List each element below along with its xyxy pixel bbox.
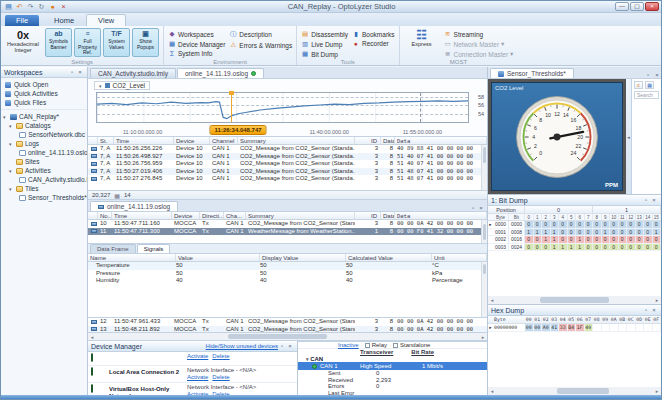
tab-sensor-thresholds[interactable]: Sensor_Thresholds*: [490, 68, 574, 78]
bit-dump-row[interactable]: 0002 0016 0011001000000000: [488, 236, 661, 244]
message-row[interactable]: 7, A 11:50:27.019.406 Device 10 CAN 1 CO…: [88, 168, 487, 176]
device-item[interactable]: ActivateDelete: [88, 352, 297, 366]
col-id[interactable]: ID: [355, 212, 381, 219]
tab-home[interactable]: Home: [43, 15, 85, 26]
quick-link-item[interactable]: Quick Files: [1, 98, 87, 107]
col-name[interactable]: Name: [88, 254, 176, 261]
tree-item[interactable]: SensorNetwork.dbc: [1, 130, 87, 139]
relay-checkbox[interactable]: Relay: [365, 342, 387, 348]
ribbon-menu-item[interactable]: ▥Live Dump: [301, 40, 348, 48]
tree-item[interactable]: CAN_Activity.studio.lmly: [1, 175, 87, 184]
message-row[interactable]: 7, A 11:50:26.498.927 Device 10 CAN 1 CO…: [88, 153, 487, 161]
bit-dump-row[interactable]: 0003 0024 0001111000000000: [488, 244, 661, 252]
col-unit[interactable]: Unit: [432, 254, 487, 261]
ribbon-menu-item[interactable]: ▦Device Manager: [168, 40, 225, 48]
col-data[interactable]: Data: [395, 137, 487, 144]
col-value[interactable]: Value: [176, 254, 260, 261]
col-calculated-value[interactable]: Calculated Value: [346, 254, 432, 261]
close-icon[interactable]: ×: [650, 307, 658, 313]
device-action-link[interactable]: Activate: [187, 374, 208, 380]
device-action-link[interactable]: Activate: [187, 353, 208, 359]
tree-item[interactable]: ▾ Tiles: [1, 184, 87, 193]
tab-online-log[interactable]: online_14.11.19.oslog: [177, 68, 264, 78]
bit-dump-row[interactable]: ▸ 0000 0000 0000000000000000: [488, 221, 661, 229]
quick-link-item[interactable]: Quick Open: [1, 80, 87, 89]
horizontal-scrollbar[interactable]: ◂▸: [88, 333, 487, 341]
maximize-button[interactable]: ▢: [630, 2, 644, 11]
log-row[interactable]: 12 11:50:47.961.433 MOCCA Tx CAN 1 CO2_M…: [88, 318, 487, 326]
tab-data-frame[interactable]: Data Frame: [90, 244, 136, 253]
message-row[interactable]: 7, A 11:50:27.276.845 Device 10 CAN 1 CO…: [88, 175, 487, 183]
ribbon-toggle-button[interactable]: ≡ Full Property Ref.: [74, 28, 101, 57]
inactive-link[interactable]: Inactive: [338, 342, 359, 348]
log-row[interactable]: 13 11:50:48.211.892 MOCCA Tx CAN 1 CO2_M…: [88, 326, 487, 334]
ribbon-menu-item[interactable]: ⓘDescription: [229, 30, 292, 39]
search-input[interactable]: Search: [634, 91, 659, 99]
tree-item[interactable]: Sensor_Thresholds*: [1, 193, 87, 202]
col-data-length[interactable]: Data L...: [381, 137, 395, 144]
tree-item[interactable]: ▾ CAN_Replay*: [1, 112, 87, 121]
device-item[interactable]: Local Area Connection 2 Network Interfac…: [88, 366, 297, 383]
ribbon-toggle-button[interactable]: ab Symbols Banner: [45, 28, 72, 57]
pin-icon[interactable]: ▫: [642, 307, 650, 313]
vertical-scrollbar[interactable]: [481, 145, 487, 190]
ribbon-menu-item[interactable]: ≋Streaming: [444, 30, 514, 38]
tree-item[interactable]: ▾ Logs: [1, 139, 87, 148]
pin-icon[interactable]: ▫: [68, 69, 76, 75]
filter-icon[interactable]: ▦: [114, 192, 120, 199]
quick-access-icon[interactable]: ↷: [26, 3, 35, 11]
vertical-scrollbar[interactable]: [481, 262, 487, 317]
col-display-value[interactable]: Display Value: [260, 254, 346, 261]
tree-item[interactable]: Sites: [1, 157, 87, 166]
signal-row[interactable]: Pressure 50 50 50 kPa: [88, 270, 487, 278]
device-action-link[interactable]: Delete: [212, 374, 229, 380]
device-item[interactable]: VirtualBox Host-Only Network Network Int…: [88, 383, 297, 395]
ribbon-menu-item[interactable]: ◆Workspaces: [168, 30, 225, 38]
col-time[interactable]: Time: [112, 212, 172, 219]
close-icon[interactable]: ×: [76, 69, 84, 75]
signal-row[interactable]: Temperature 50 50 50 °C: [88, 262, 487, 270]
ribbon-toggle-button[interactable]: ▣ Show Popups: [132, 28, 159, 57]
message-row[interactable]: 7, A 11:50:26.256.226 Device 10 CAN 1 CO…: [88, 145, 487, 153]
col-summary[interactable]: Summary: [238, 137, 355, 144]
col-data[interactable]: Data: [395, 212, 487, 219]
quick-access-icon[interactable]: ↻: [37, 3, 46, 11]
tree-item[interactable]: online_14.11.19.oslog: [1, 148, 87, 157]
col-data-length[interactable]: Data L...: [381, 212, 395, 219]
horizontal-scrollbar[interactable]: ◂▸: [488, 387, 661, 395]
col-device[interactable]: Device: [172, 212, 200, 219]
quick-access-icon[interactable]: ↶: [15, 3, 24, 11]
col-icon[interactable]: [88, 212, 98, 219]
expander-icon[interactable]: ▾: [9, 186, 14, 192]
tab-signals[interactable]: Signals: [137, 244, 171, 253]
col-device[interactable]: Device: [174, 137, 210, 144]
ribbon-menu-item[interactable]: ▭Network Master▾: [444, 40, 514, 48]
message-row[interactable]: 7, A 11:50:26.756.959 Device 10 CAN 1 CO…: [88, 160, 487, 168]
ribbon-menu-item[interactable]: ≣Connection Master▾: [444, 50, 514, 58]
ribbon-menu-item[interactable]: ▦Bit Dump: [301, 50, 348, 58]
plot-area[interactable]: 585654: [96, 92, 469, 123]
hexadecimal-integer-button[interactable]: 0x Hexadecimal Integer: [5, 28, 41, 53]
col-status[interactable]: St.: [98, 137, 114, 144]
ribbon-menu-item[interactable]: ▤Disassembly: [301, 30, 348, 38]
pin-icon[interactable]: ▫: [278, 343, 286, 349]
signal-row[interactable]: Humidity 40 40 40 Percentage: [88, 277, 487, 285]
tree-item[interactable]: ▾ Activities: [1, 166, 87, 175]
tree-item[interactable]: ▾ Catalogs: [1, 121, 87, 130]
ribbon-menu-item[interactable]: ●Recorder: [352, 40, 395, 47]
hide-show-devices-link[interactable]: Hide/Show unused devices: [206, 343, 278, 349]
co2-gauge-tile[interactable]: CO2 Level 024681012141618202224 PPM: [491, 82, 623, 191]
quick-link-item[interactable]: Quick Activities: [1, 89, 87, 98]
expander-icon[interactable]: ▾: [9, 168, 14, 174]
col-time[interactable]: Time: [114, 137, 174, 144]
tab-view[interactable]: View: [86, 14, 126, 26]
col-number[interactable]: No...: [98, 212, 112, 219]
channel-row-can1[interactable]: CAN 1 High Speed 1 Mbit/s: [298, 362, 487, 370]
quick-access-icon[interactable]: ▤: [4, 3, 13, 11]
close-icon[interactable]: ×: [477, 205, 485, 211]
standalone-checkbox[interactable]: Standalone: [393, 342, 430, 348]
grid-icon[interactable]: ▦: [645, 81, 654, 89]
express-button[interactable]: ☷ Express: [404, 28, 440, 47]
expander-icon[interactable]: ▾: [9, 123, 14, 129]
close-button[interactable]: ×: [645, 2, 659, 11]
